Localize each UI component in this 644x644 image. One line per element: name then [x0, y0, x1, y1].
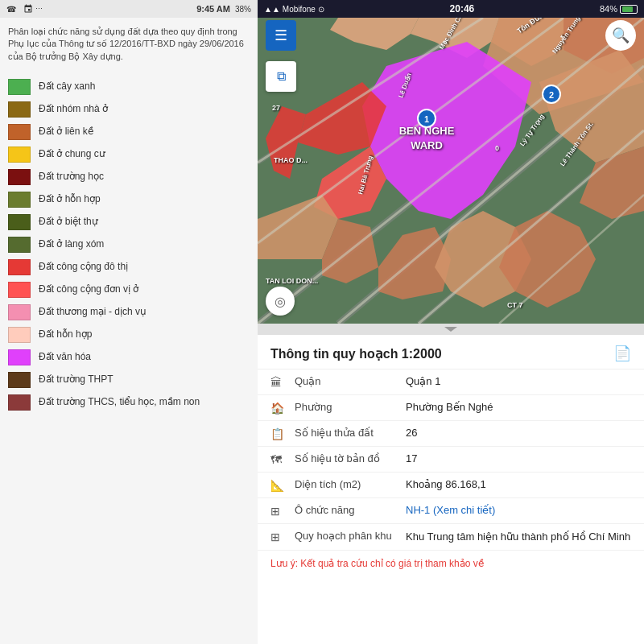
- map-area: Tôn Đức Thắng Nguyễn Trung... Mạc Đình C…: [258, 18, 644, 324]
- carrier-signal: ▲▲ Mobifone ⊙: [264, 5, 324, 14]
- legend-item: Đất nhóm nhà ở: [8, 101, 250, 118]
- legend-item: Đất ở biệt thự: [8, 214, 250, 230]
- legend-label: Đất cây xanh: [39, 80, 95, 93]
- info-row: 📐 Diện tích (m2) Khoảng 86.168,1: [258, 473, 644, 498]
- pdf-icon[interactable]: 📄: [613, 345, 631, 362]
- legend-color-swatch: [8, 79, 31, 95]
- status-battery-left: 38%: [235, 5, 251, 14]
- main-container: Phân loại chức năng sử dụng đất dựa theo…: [0, 18, 644, 644]
- info-row-label: Số hiệu tờ bản đồ: [295, 452, 399, 464]
- legend-item: Đất ở chung cư: [8, 147, 250, 163]
- map-svg: Tôn Đức Thắng Nguyễn Trung... Mạc Đình C…: [258, 18, 644, 324]
- status-battery-right: 84%: [600, 4, 638, 14]
- legend-color-swatch: [8, 237, 31, 253]
- svg-text:CT 7: CT 7: [507, 301, 523, 309]
- info-row-value: 17: [406, 452, 631, 464]
- info-row-value[interactable]: NH-1 (Xem chi tiết): [406, 504, 631, 516]
- status-bar-right: ▲▲ Mobifone ⊙ 20:46 84%: [258, 0, 644, 18]
- status-bar-left: ☎ ⋯ 9:45 AM 38%: [0, 0, 258, 18]
- legend-items-container: Đất cây xanh Đất nhóm nhà ở Đất ở liên k…: [8, 79, 250, 411]
- status-time-left: 9:45 AM: [196, 4, 230, 14]
- legend-label: Đất văn hóa: [39, 351, 91, 364]
- legend-label: Đất trường THPT: [39, 374, 113, 386]
- legend-color-swatch: [8, 327, 31, 343]
- svg-text:2: 2: [549, 90, 554, 100]
- info-row-label: Số hiệu thửa đất: [295, 427, 399, 439]
- info-row: 🏛 Quận Quận 1: [258, 369, 644, 395]
- carrier-name: Mobifone: [283, 5, 316, 14]
- legend-label: Đất ở liên kề: [39, 126, 93, 138]
- legend-label: Đất hỗn hợp: [39, 328, 92, 341]
- legend-item: Đất ở hỗn hợp: [8, 192, 250, 208]
- legend-label: Đất thương mại - dịch vụ: [39, 306, 147, 319]
- legend-color-swatch: [8, 192, 31, 208]
- legend-color-swatch: [8, 259, 31, 275]
- svg-text:0: 0: [495, 144, 499, 152]
- legend-item: Đất văn hóa: [8, 349, 250, 365]
- legend-description: Phân loại chức năng sử dụng đất dựa theo…: [8, 26, 250, 69]
- legend-color-swatch: [8, 372, 31, 388]
- legend-item: Đất trường THCS, tiểu học, mầm non: [8, 394, 250, 411]
- search-button[interactable]: 🔍: [605, 20, 636, 51]
- info-row-icon: ⊞: [270, 530, 288, 543]
- svg-text:1: 1: [424, 114, 429, 124]
- legend-color-swatch: [8, 282, 31, 298]
- legend-color-swatch: [8, 349, 31, 365]
- info-row-value: 26: [406, 427, 631, 439]
- info-note: Lưu ý: Kết quả tra cứu chỉ có giá trị th…: [258, 551, 644, 577]
- legend-label: Đất trường THCS, tiểu học, mầm non: [39, 396, 200, 409]
- legend-item: Đất ở liên kề: [8, 124, 250, 140]
- legend-item: Đất hỗn hợp: [8, 327, 250, 343]
- info-row: 🗺 Số hiệu tờ bản đồ 17: [258, 447, 644, 473]
- panel-divider[interactable]: [258, 324, 644, 335]
- info-row: ⊞ Ô chức năng NH-1 (Xem chi tiết): [258, 498, 644, 524]
- info-row-value: Khoảng 86.168,1: [406, 478, 631, 490]
- legend-label: Đất ở hỗn hợp: [39, 193, 101, 206]
- legend-label: Đất trường học: [39, 171, 104, 184]
- status-time-right: 20:46: [450, 3, 475, 14]
- map-toolbar: ☰ 🔍: [258, 18, 644, 53]
- legend-item: Đất công cộng đô thị: [8, 259, 250, 275]
- menu-button[interactable]: ☰: [266, 20, 296, 51]
- svg-text:TAN LOI DON...: TAN LOI DON...: [266, 277, 318, 285]
- svg-text:27: 27: [272, 104, 280, 112]
- info-row-icon: 🏛: [270, 376, 288, 389]
- legend-label: Đất ở làng xóm: [39, 238, 104, 251]
- svg-text:THAO D...: THAO D...: [274, 156, 308, 164]
- info-row-label: Ô chức năng: [295, 504, 399, 516]
- chevron-down-icon: [444, 327, 457, 332]
- legend-item: Đất ở làng xóm: [8, 237, 250, 253]
- legend-color-swatch: [8, 169, 31, 185]
- info-row-icon: ⊞: [270, 505, 288, 518]
- info-row-label: Phường: [295, 401, 399, 413]
- info-row-value: Khu Trung tâm hiện hữu thành phố Hồ Chí …: [406, 530, 631, 544]
- legend-label: Đất công cộng đô thị: [39, 261, 128, 274]
- info-row: ⊞ Quy hoạch phân khu Khu Trung tâm hiện …: [258, 524, 644, 551]
- legend-label: Đất công cộng đơn vị ở: [39, 283, 138, 296]
- legend-item: Đất trường học: [8, 169, 250, 185]
- layers-button[interactable]: ⧉: [266, 61, 296, 92]
- info-row-value: Quận 1: [406, 375, 631, 387]
- info-panel: Thông tin quy hoạch 1:2000 📄 🏛 Quận Quận…: [258, 335, 644, 644]
- right-panel: Tôn Đức Thắng Nguyễn Trung... Mạc Đình C…: [258, 18, 644, 644]
- info-row-label: Diện tích (m2): [295, 478, 399, 490]
- svg-text:WARD: WARD: [411, 139, 443, 151]
- legend-color-swatch: [8, 394, 31, 411]
- info-row-icon: 🗺: [270, 453, 288, 466]
- legend-color-swatch: [8, 214, 31, 230]
- legend-label: Đất ở chung cư: [39, 148, 105, 161]
- legend-color-swatch: [8, 101, 31, 118]
- info-row: 🏠 Phường Phường Bến Nghé: [258, 395, 644, 421]
- legend-label: Đất nhóm nhà ở: [39, 103, 108, 116]
- info-row-value: Phường Bến Nghé: [406, 401, 631, 413]
- legend-panel: Phân loại chức năng sử dụng đất dựa theo…: [0, 18, 258, 644]
- legend-label: Đất ở biệt thự: [39, 216, 98, 229]
- legend-color-swatch: [8, 147, 31, 163]
- legend-item: Đất trường THPT: [8, 372, 250, 388]
- info-row-icon: 🏠: [270, 402, 288, 415]
- status-icons-left: ☎ ⋯: [6, 4, 43, 14]
- legend-color-swatch: [8, 304, 31, 320]
- location-button[interactable]: ◎: [266, 287, 295, 316]
- info-row-label: Quận: [295, 375, 399, 387]
- info-rows-container: 🏛 Quận Quận 1 🏠 Phường Phường Bến Nghé 📋…: [258, 369, 644, 551]
